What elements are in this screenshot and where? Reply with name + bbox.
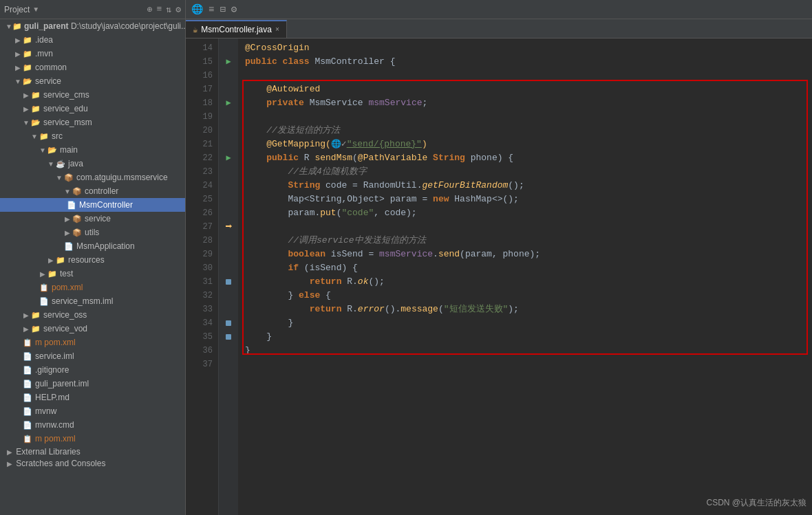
string-lit: "code" <box>341 206 374 220</box>
run-icon[interactable]: ▶ <box>226 55 231 69</box>
globe-icon[interactable]: ⊕ <box>147 4 153 15</box>
sidebar-item-mvnw[interactable]: ▶ 📄 mvnw <box>0 404 185 418</box>
package-icon: 📦 <box>63 172 74 183</box>
sidebar-item-gitignore[interactable]: ▶ 📄 .gitignore <box>0 363 185 377</box>
package-icon: 📦 <box>72 227 83 238</box>
indent <box>245 303 310 316</box>
sidebar-item-package[interactable]: ▼ 📦 com.atguigu.msmservice <box>0 171 185 184</box>
structure-icon[interactable]: ≡ <box>209 4 214 15</box>
sidebar-item-utils[interactable]: ▶ 📦 utils <box>0 226 185 239</box>
sidebar-item-external-libs[interactable]: ▶ External Libraries <box>0 446 185 457</box>
sidebar-item-service-oss[interactable]: ▶ 📁 service_oss <box>0 308 185 322</box>
sidebar-item-service-msm-iml[interactable]: ▶ 📄 service_msm.iml <box>0 294 185 308</box>
method-name: sendMsm <box>314 151 352 165</box>
bookmark-icon <box>226 334 231 340</box>
dot: . <box>352 275 358 289</box>
sidebar-item-controller[interactable]: ▼ 📦 controller <box>0 184 185 198</box>
code-content[interactable]: @CrossOrigin public class MsmController … <box>238 39 812 515</box>
list-icon[interactable]: ≡ <box>157 4 162 14</box>
sidebar-item-common[interactable]: ▶ 📁 common <box>0 61 185 74</box>
indent <box>245 96 266 110</box>
indent <box>245 138 266 151</box>
tab-close-button[interactable]: × <box>275 26 279 34</box>
keyword: boolean <box>288 248 330 261</box>
gutter-30 <box>222 261 235 275</box>
sidebar-item-test[interactable]: ▶ 📁 test <box>0 267 185 281</box>
sidebar-item-service-pkg[interactable]: ▶ 📦 service <box>0 212 185 226</box>
tab-msmcontroller[interactable]: ☕ MsmController.java × <box>186 20 287 38</box>
class-icon: 📄 <box>66 199 77 210</box>
paren: ( <box>336 206 342 220</box>
method-call: put <box>320 206 336 220</box>
classname: MsmController <box>314 55 389 69</box>
code-line-34: } <box>245 316 805 330</box>
sidebar-item-help[interactable]: ▶ 📄 HELP.md <box>0 391 185 404</box>
top-toolbar: 🌐 ≡ ⊟ ⚙ <box>186 0 812 19</box>
code-line-27 <box>245 220 805 234</box>
sidebar-item-service-iml[interactable]: ▶ 📄 service.iml <box>0 349 185 363</box>
horizontal-icon[interactable]: ⊟ <box>220 3 225 15</box>
sort-icon[interactable]: ⇅ <box>166 4 171 15</box>
folder-icon: 📁 <box>22 34 33 45</box>
tab-label: MsmController.java <box>201 25 272 34</box>
sidebar-item-pom-msm[interactable]: ▶ 📋 pom.xml <box>0 281 185 294</box>
chevron-icon: ▼ <box>22 119 30 127</box>
gutter-23 <box>222 165 235 179</box>
classref: HashMap<> <box>454 193 502 206</box>
chevron-icon: ▶ <box>39 270 47 278</box>
var: code = <box>325 179 363 193</box>
module-icon: 📁 <box>30 323 41 334</box>
gutter-34 <box>222 316 235 330</box>
run-icon[interactable]: ▶ <box>226 151 231 165</box>
sidebar-item-mvnw-cmd[interactable]: ▶ 📄 mvnw.cmd <box>0 418 185 432</box>
sidebar-item-msmapplication[interactable]: 📄 MsmApplication <box>0 239 185 253</box>
paren2: ( <box>438 303 444 316</box>
dot: . <box>433 248 438 261</box>
toolbar-left: 🌐 ≡ ⊟ ⚙ <box>191 3 237 15</box>
keyword: String <box>288 179 325 193</box>
method-call: error <box>358 303 385 316</box>
project-root-item[interactable]: ▼ 📁 guli_parent D:\study\java\code\proje… <box>0 19 185 33</box>
indent <box>245 248 288 261</box>
watermark: CSDN @认真生活的灰太狼 <box>706 496 806 509</box>
chevron-icon: ▶ <box>22 311 30 319</box>
code-line-37 <box>245 358 805 371</box>
chevron-icon: ▼ <box>55 174 63 182</box>
sidebar-item-service-cms[interactable]: ▶ 📁 service_cms <box>0 88 185 102</box>
settings-icon[interactable]: ⚙ <box>175 4 181 15</box>
indent <box>245 165 288 179</box>
globe-icon[interactable]: 🌐 <box>191 3 203 15</box>
run-icon[interactable]: ▶ <box>226 96 231 110</box>
sidebar-item-pom-root[interactable]: ▶ 📋 m pom.xml <box>0 336 185 349</box>
sidebar-item-java[interactable]: ▼ ☕ java <box>0 157 185 171</box>
service-oss-label: service_oss <box>43 310 87 320</box>
sidebar-item-scratches[interactable]: ▶ Scratches and Consoles <box>0 457 185 469</box>
sidebar-item-src[interactable]: ▼ 📁 src <box>0 129 185 143</box>
sidebar-item-pom-parent[interactable]: ▶ 📋 m pom.xml <box>0 432 185 446</box>
chevron-down-icon[interactable]: ▼ <box>32 6 39 13</box>
sidebar-item-service[interactable]: ▼ 📂 service <box>0 74 185 88</box>
gutter-27: ⮕ <box>222 220 235 234</box>
sidebar-item-service-edu[interactable]: ▶ 📁 service_edu <box>0 102 185 116</box>
chevron-icon: ▶ <box>22 91 30 99</box>
sidebar-item-mvn[interactable]: ▶ 📁 .mvn <box>0 47 185 61</box>
sidebar-item-service-msm[interactable]: ▼ 📂 service_msm <box>0 116 185 129</box>
gutter-14 <box>222 41 235 55</box>
keyword: private <box>266 96 309 110</box>
chevron-icon: ▼ <box>6 23 12 30</box>
file-icon: 📄 <box>22 364 33 375</box>
sidebar-item-resources[interactable]: ▶ 📁 resources <box>0 253 185 267</box>
utils-label: utils <box>85 228 99 237</box>
sidebar-item-idea[interactable]: ▶ 📁 .idea <box>0 33 185 47</box>
code-line-14: @CrossOrigin <box>245 41 805 55</box>
sidebar-item-main[interactable]: ▼ 📂 main <box>0 143 185 157</box>
mvnw-cmd-label: mvnw.cmd <box>35 420 74 430</box>
sidebar-item-msmcontroller[interactable]: 📄 MsmController <box>0 198 185 212</box>
var: param. <box>288 206 320 220</box>
keyword: new <box>433 193 454 206</box>
keyword: public <box>266 151 304 165</box>
file-icon: 📄 <box>22 419 33 430</box>
settings-icon[interactable]: ⚙ <box>231 3 237 15</box>
sidebar-item-service-vod[interactable]: ▶ 📁 service_vod <box>0 322 185 336</box>
sidebar-item-guli-iml[interactable]: ▶ 📄 guli_parent.iml <box>0 377 185 391</box>
